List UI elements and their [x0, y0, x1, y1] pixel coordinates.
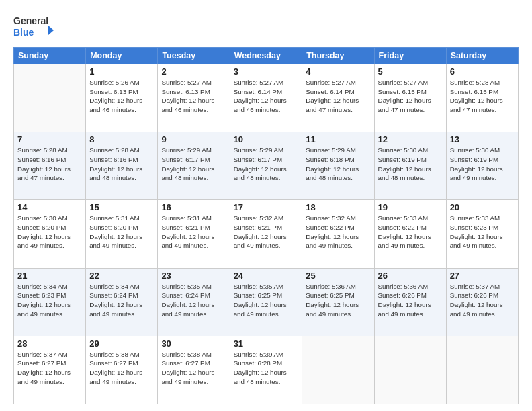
calendar-cell: 10Sunrise: 5:29 AM Sunset: 6:17 PM Dayli…	[230, 132, 302, 200]
calendar-cell: 16Sunrise: 5:31 AM Sunset: 6:21 PM Dayli…	[158, 200, 230, 268]
calendar-week-row: 7Sunrise: 5:28 AM Sunset: 6:16 PM Daylig…	[14, 132, 519, 200]
day-number: 16	[161, 202, 226, 212]
svg-text:General: General	[13, 15, 48, 26]
day-number: 20	[450, 202, 515, 212]
calendar-cell: 23Sunrise: 5:35 AM Sunset: 6:24 PM Dayli…	[158, 268, 230, 336]
calendar-cell	[446, 336, 518, 404]
day-number: 26	[378, 271, 443, 281]
logo-svg: GeneralBlue	[13, 12, 54, 40]
day-info: Sunrise: 5:27 AM Sunset: 6:15 PM Dayligh…	[378, 78, 443, 115]
day-number: 8	[89, 134, 154, 144]
calendar-cell: 29Sunrise: 5:38 AM Sunset: 6:27 PM Dayli…	[86, 336, 158, 404]
day-info: Sunrise: 5:33 AM Sunset: 6:23 PM Dayligh…	[450, 214, 515, 250]
day-number: 29	[89, 338, 154, 349]
day-info: Sunrise: 5:36 AM Sunset: 6:25 PM Dayligh…	[306, 282, 370, 319]
logo: GeneralBlue	[13, 12, 54, 40]
day-number: 2	[161, 66, 226, 77]
calendar-cell: 18Sunrise: 5:32 AM Sunset: 6:22 PM Dayli…	[302, 200, 374, 268]
day-number: 14	[17, 202, 82, 212]
calendar-cell: 14Sunrise: 5:30 AM Sunset: 6:20 PM Dayli…	[14, 200, 86, 268]
day-number: 24	[234, 271, 299, 281]
calendar-cell	[302, 336, 374, 404]
calendar-cell: 3Sunrise: 5:27 AM Sunset: 6:14 PM Daylig…	[230, 64, 302, 132]
day-info: Sunrise: 5:31 AM Sunset: 6:20 PM Dayligh…	[89, 214, 154, 250]
day-info: Sunrise: 5:30 AM Sunset: 6:19 PM Dayligh…	[378, 146, 443, 183]
calendar-cell: 27Sunrise: 5:37 AM Sunset: 6:26 PM Dayli…	[446, 268, 518, 336]
day-info: Sunrise: 5:34 AM Sunset: 6:23 PM Dayligh…	[17, 282, 82, 319]
day-number: 5	[378, 66, 443, 77]
day-info: Sunrise: 5:37 AM Sunset: 6:26 PM Dayligh…	[450, 282, 515, 319]
day-info: Sunrise: 5:28 AM Sunset: 6:16 PM Dayligh…	[17, 146, 82, 183]
calendar-cell: 9Sunrise: 5:29 AM Sunset: 6:17 PM Daylig…	[158, 132, 230, 200]
day-number: 25	[306, 271, 370, 281]
day-number: 10	[234, 134, 299, 144]
svg-marker-2	[48, 26, 54, 35]
day-number: 22	[89, 271, 154, 281]
calendar-cell: 15Sunrise: 5:31 AM Sunset: 6:20 PM Dayli…	[86, 200, 158, 268]
calendar-table: SundayMondayTuesdayWednesdayThursdayFrid…	[13, 47, 519, 404]
day-info: Sunrise: 5:38 AM Sunset: 6:27 PM Dayligh…	[89, 350, 154, 387]
calendar-cell: 1Sunrise: 5:26 AM Sunset: 6:13 PM Daylig…	[86, 64, 158, 132]
calendar-week-row: 14Sunrise: 5:30 AM Sunset: 6:20 PM Dayli…	[14, 200, 519, 268]
calendar-cell: 11Sunrise: 5:29 AM Sunset: 6:18 PM Dayli…	[302, 132, 374, 200]
day-number: 21	[17, 271, 82, 281]
day-info: Sunrise: 5:29 AM Sunset: 6:18 PM Dayligh…	[306, 146, 370, 183]
calendar-cell	[374, 336, 446, 404]
day-number: 27	[450, 271, 515, 281]
calendar-cell: 4Sunrise: 5:27 AM Sunset: 6:14 PM Daylig…	[302, 64, 374, 132]
day-info: Sunrise: 5:27 AM Sunset: 6:14 PM Dayligh…	[306, 78, 370, 115]
day-number: 9	[161, 134, 226, 144]
day-info: Sunrise: 5:35 AM Sunset: 6:25 PM Dayligh…	[234, 282, 299, 319]
day-info: Sunrise: 5:32 AM Sunset: 6:22 PM Dayligh…	[306, 214, 370, 250]
calendar-cell: 6Sunrise: 5:28 AM Sunset: 6:15 PM Daylig…	[446, 64, 518, 132]
day-number: 15	[89, 202, 154, 212]
day-info: Sunrise: 5:28 AM Sunset: 6:16 PM Dayligh…	[89, 146, 154, 183]
day-info: Sunrise: 5:30 AM Sunset: 6:20 PM Dayligh…	[17, 214, 82, 250]
day-number: 7	[17, 134, 82, 144]
day-info: Sunrise: 5:27 AM Sunset: 6:14 PM Dayligh…	[234, 78, 299, 115]
day-info: Sunrise: 5:27 AM Sunset: 6:13 PM Dayligh…	[161, 78, 226, 115]
day-info: Sunrise: 5:28 AM Sunset: 6:15 PM Dayligh…	[450, 78, 515, 115]
day-number: 17	[234, 202, 299, 212]
calendar-cell: 21Sunrise: 5:34 AM Sunset: 6:23 PM Dayli…	[14, 268, 86, 336]
calendar-cell: 20Sunrise: 5:33 AM Sunset: 6:23 PM Dayli…	[446, 200, 518, 268]
calendar-cell: 5Sunrise: 5:27 AM Sunset: 6:15 PM Daylig…	[374, 64, 446, 132]
calendar-cell: 8Sunrise: 5:28 AM Sunset: 6:16 PM Daylig…	[86, 132, 158, 200]
day-number: 3	[234, 66, 299, 77]
page-header: GeneralBlue	[13, 12, 519, 40]
calendar-cell: 22Sunrise: 5:34 AM Sunset: 6:24 PM Dayli…	[86, 268, 158, 336]
day-number: 12	[378, 134, 443, 144]
calendar-cell: 17Sunrise: 5:32 AM Sunset: 6:21 PM Dayli…	[230, 200, 302, 268]
day-header-thursday: Thursday	[302, 48, 374, 64]
calendar-cell: 31Sunrise: 5:39 AM Sunset: 6:28 PM Dayli…	[230, 336, 302, 404]
day-number: 30	[161, 338, 226, 349]
calendar-cell: 19Sunrise: 5:33 AM Sunset: 6:22 PM Dayli…	[374, 200, 446, 268]
day-number: 4	[306, 66, 370, 77]
calendar-cell: 13Sunrise: 5:30 AM Sunset: 6:19 PM Dayli…	[446, 132, 518, 200]
calendar-cell: 25Sunrise: 5:36 AM Sunset: 6:25 PM Dayli…	[302, 268, 374, 336]
day-number: 13	[450, 134, 515, 144]
day-number: 18	[306, 202, 370, 212]
day-number: 6	[450, 66, 515, 77]
day-header-sunday: Sunday	[14, 48, 86, 64]
calendar-cell	[14, 64, 86, 132]
day-info: Sunrise: 5:26 AM Sunset: 6:13 PM Dayligh…	[89, 78, 154, 115]
day-info: Sunrise: 5:35 AM Sunset: 6:24 PM Dayligh…	[161, 282, 226, 319]
day-info: Sunrise: 5:30 AM Sunset: 6:19 PM Dayligh…	[450, 146, 515, 183]
day-number: 31	[234, 338, 299, 349]
day-number: 19	[378, 202, 443, 212]
calendar-cell: 12Sunrise: 5:30 AM Sunset: 6:19 PM Dayli…	[374, 132, 446, 200]
calendar-week-row: 1Sunrise: 5:26 AM Sunset: 6:13 PM Daylig…	[14, 64, 519, 132]
calendar-week-row: 21Sunrise: 5:34 AM Sunset: 6:23 PM Dayli…	[14, 268, 519, 336]
calendar-cell: 2Sunrise: 5:27 AM Sunset: 6:13 PM Daylig…	[158, 64, 230, 132]
day-info: Sunrise: 5:38 AM Sunset: 6:27 PM Dayligh…	[161, 350, 226, 387]
day-info: Sunrise: 5:33 AM Sunset: 6:22 PM Dayligh…	[378, 214, 443, 250]
calendar-cell: 7Sunrise: 5:28 AM Sunset: 6:16 PM Daylig…	[14, 132, 86, 200]
day-number: 1	[89, 66, 154, 77]
day-header-wednesday: Wednesday	[230, 48, 302, 64]
calendar-cell: 28Sunrise: 5:37 AM Sunset: 6:27 PM Dayli…	[14, 336, 86, 404]
calendar-header-row: SundayMondayTuesdayWednesdayThursdayFrid…	[14, 48, 519, 64]
day-number: 23	[161, 271, 226, 281]
day-info: Sunrise: 5:36 AM Sunset: 6:26 PM Dayligh…	[378, 282, 443, 319]
calendar-week-row: 28Sunrise: 5:37 AM Sunset: 6:27 PM Dayli…	[14, 336, 519, 404]
